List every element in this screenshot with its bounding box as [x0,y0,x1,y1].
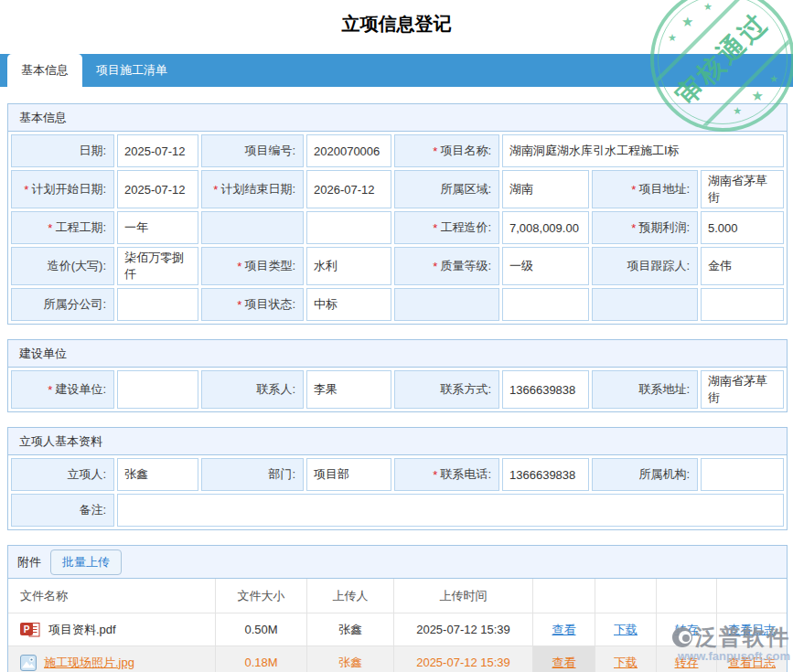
attachment-action-cell: 查看 [533,646,595,672]
label-text: 联系方式: [440,381,491,398]
view-log-link[interactable]: 查看日志 [728,655,776,671]
required-mark: * [631,183,636,197]
tracker-label: 项目跟踪人: [592,247,698,285]
contact-person-value: 李果 [306,370,391,409]
attachment-action-cell: 查看 [533,613,595,646]
attachment-upload-time: 2025-07-12 15:39 [394,646,533,672]
label-text: 工程造价: [440,219,491,236]
attachment-file-size: 0.50M [216,613,307,646]
column-action-empty [533,579,595,613]
attachments-headerbar: 附件 批量上传 [8,546,787,579]
attachment-file-name-link[interactable]: 施工现场照片.jpg [44,655,134,671]
column-uploader: 上传人 [307,579,394,613]
cost-caps-label: 造价(大写): [11,247,114,285]
attachments-title: 附件 [17,554,41,571]
builder-grid: *建设单位: 联系人: 李果 联系方式: 1366639838 联系地址: 湖南… [8,368,787,411]
empty-value-cell [701,288,784,321]
project-code-value: 2020070006 [306,134,391,167]
view-link[interactable]: 查看 [552,655,576,671]
label-text: 预期利润: [638,219,690,236]
column-file-size: 文件大小 [216,579,307,613]
department-value: 项目部 [306,458,391,491]
contact-phone-label: 联系方式: [394,370,499,409]
department-label: 部门: [201,458,304,491]
label-text: 项目编号: [244,143,295,159]
attachment-action-cell: 转存 [657,613,717,646]
attachment-file-size: 0.18M [216,646,307,672]
batch-upload-button[interactable]: 批量上传 [50,549,122,575]
quality-grade-label: *质量等级: [394,247,499,285]
page-title: 立项信息登记 [0,0,793,37]
label-text: 造价(大写): [48,258,106,274]
required-mark: * [48,221,52,235]
label-text: 计划开始日期: [31,181,106,197]
section-applicant-title: 立项人基本资料 [8,428,787,455]
label-text: 部门: [268,466,295,483]
organization-value [701,458,784,491]
label-text: 工程工期: [55,219,106,236]
duration-value: 一年 [117,211,198,244]
label-text: 项目名称: [440,143,491,159]
view-link[interactable]: 查看 [552,622,576,638]
tracker-value: 金伟 [701,247,784,285]
project-address-label: *项目地址: [592,170,698,208]
column-upload-time: 上传时间 [394,579,533,613]
label-text: 日期: [79,143,106,159]
project-type-value: 水利 [306,247,391,285]
builder-unit-value [117,370,198,409]
download-link[interactable]: 下载 [614,655,638,671]
tab-construction-list[interactable]: 项目施工清单 [82,54,181,87]
required-mark: * [433,260,437,273]
applicant-grid: 立项人: 张鑫 部门: 项目部 *联系电话: 1366639838 所属机构: … [8,455,787,529]
transfer-save-link[interactable]: 转存 [675,622,699,638]
column-action-empty [595,579,657,613]
view-log-link[interactable]: 查看日志 [728,622,776,638]
attachment-file-cell: 施工现场照片.jpg [8,646,216,672]
tab-basic-info[interactable]: 基本信息 [7,54,82,87]
contact-address-value: 湖南省茅草街 [701,370,784,409]
image-file-icon [20,655,37,671]
expected-profit-label: *预期利润: [592,211,698,244]
empty-label-cell [201,211,304,244]
label-text: 计划结束日期: [220,181,295,197]
duration-label: *工程工期: [11,211,114,244]
project-cost-label: *工程造价: [394,211,499,244]
label-text: 所属分公司: [43,296,106,313]
empty-value-cell [306,211,391,244]
telephone-value: 1366639838 [502,458,589,491]
label-text: 质量等级: [440,258,491,274]
section-builder: 建设单位 *建设单位: 联系人: 李果 联系方式: 1366639838 联系地… [7,339,788,412]
attachment-action-cell: 转存 [657,646,717,672]
label-text: 项目类型: [244,258,295,274]
label-text: 项目状态: [244,296,295,313]
attachment-action-cell: 查看日志 [717,646,787,672]
remark-label: 备注: [11,494,114,527]
project-type-label: *项目类型: [201,247,304,285]
attachment-file-cell: P 项目资料.pdf [8,613,216,646]
empty-label-cell [592,288,698,321]
attachment-action-cell: 下载 [595,646,657,672]
section-applicant: 立项人基本资料 立项人: 张鑫 部门: 项目部 *联系电话: 136663983… [7,427,788,530]
label-text: 联系人: [256,381,295,398]
attachment-uploader: 张鑫 [307,613,394,646]
project-address-value: 湖南省茅草街 [701,170,784,208]
telephone-label: *联系电话: [394,458,499,491]
label-text: 联系地址: [638,381,690,398]
plan-end-value: 2026-07-12 [306,170,391,208]
transfer-save-link[interactable]: 转存 [675,655,699,671]
label-text: 所属机构: [638,466,690,483]
project-status-label: *项目状态: [201,288,304,321]
section-basic-info: 基本信息 日期: 2025-07-12 项目编号: 2020070006 *项目… [7,103,788,325]
organization-label: 所属机构: [592,458,698,491]
required-mark: * [237,260,241,273]
project-name-label: *项目名称: [394,134,499,167]
required-mark: * [48,383,52,397]
form-content: 基本信息 日期: 2025-07-12 项目编号: 2020070006 *项目… [0,87,793,672]
plan-start-value: 2025-07-12 [117,170,198,208]
builder-unit-label: *建设单位: [11,370,114,409]
attachment-action-cell: 下载 [595,613,657,646]
download-link[interactable]: 下载 [614,622,638,638]
required-mark: * [237,298,241,312]
tab-bar: 基本信息 项目施工清单 [0,54,793,87]
section-builder-title: 建设单位 [8,340,787,368]
